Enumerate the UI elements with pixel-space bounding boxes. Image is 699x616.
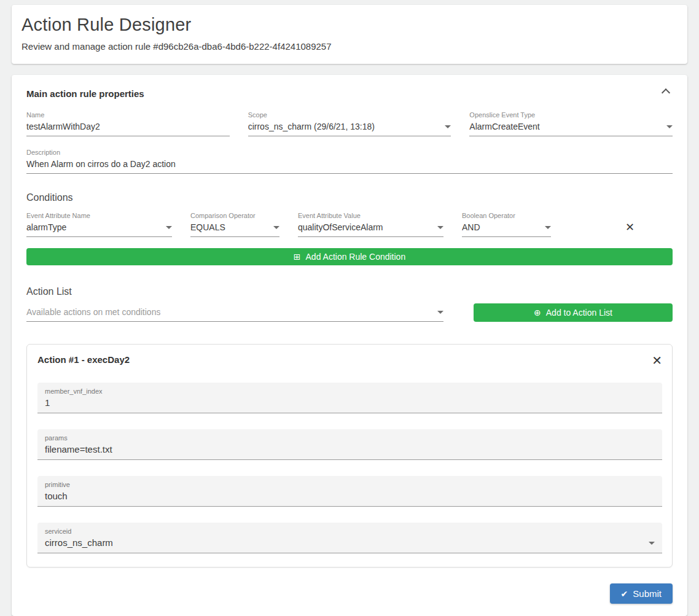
event-attribute-value-value[interactable]: qualityOfServiceAlarm: [298, 222, 383, 232]
submit-button[interactable]: ✔ Submit: [610, 583, 673, 604]
available-actions-placeholder[interactable]: Available actions on met conditions: [26, 307, 160, 317]
page-subtitle: Review and manage action rule #d96cb26a-…: [21, 41, 678, 52]
description-label: Description: [26, 149, 673, 156]
member-vnf-index-input[interactable]: 1: [45, 397, 50, 408]
scope-select[interactable]: Scope cirros_ns_charm (29/6/21, 13:18): [248, 111, 451, 136]
name-input[interactable]: testAlarmWithDay2: [26, 122, 100, 131]
scope-value[interactable]: cirros_ns_charm (29/6/21, 13:18): [248, 122, 375, 131]
primitive-input[interactable]: touch: [45, 491, 68, 501]
event-attribute-name-label: Event Attribute Name: [26, 212, 172, 219]
description-field[interactable]: Description When Alarm on cirros do a Da…: [26, 149, 673, 174]
conditions-title: Conditions: [26, 192, 673, 203]
description-input[interactable]: When Alarm on cirros do a Day2 action: [26, 159, 176, 169]
comparison-operator-label: Comparison Operator: [190, 212, 279, 219]
add-to-action-list-label: Add to Action List: [546, 308, 612, 318]
main-fields-row: Name testAlarmWithDay2 Scope cirros_ns_c…: [26, 111, 673, 136]
chevron-down-icon[interactable]: [545, 226, 551, 229]
boolean-operator-label: Boolean Operator: [462, 212, 551, 219]
submit-label: Submit: [633, 588, 662, 599]
name-label: Name: [26, 111, 230, 119]
comparison-operator-value[interactable]: EQUALS: [190, 222, 225, 232]
add-condition-label: Add Action Rule Condition: [306, 252, 406, 262]
chevron-down-icon[interactable]: [437, 226, 443, 229]
add-condition-button[interactable]: ⊞ Add Action Rule Condition: [26, 248, 673, 265]
action-card-header: Action #1 - execDay2 ✕: [37, 354, 662, 367]
primitive-field[interactable]: primitive touch: [37, 476, 662, 507]
action-list-title: Action List: [26, 286, 673, 297]
main-properties-card: Main action rule properties Name testAla…: [12, 75, 687, 616]
panel-title: Main action rule properties: [26, 88, 144, 99]
name-field[interactable]: Name testAlarmWithDay2: [26, 111, 230, 136]
serviceid-select[interactable]: serviceid cirros_ns_charm: [37, 523, 662, 553]
boolean-operator-select[interactable]: Boolean Operator AND: [462, 212, 551, 237]
add-condition-icon: ⊞: [294, 252, 301, 261]
add-to-action-list-button[interactable]: ⊕ Add to Action List: [474, 303, 673, 322]
page-title: Action Rule Designer: [21, 15, 678, 35]
scope-label: Scope: [248, 111, 451, 119]
chevron-down-icon[interactable]: [649, 542, 655, 545]
action-card-title: Action #1 - execDay2: [37, 354, 130, 365]
available-actions-select[interactable]: Available actions on met conditions: [26, 301, 443, 322]
remove-condition-icon[interactable]: ✕: [625, 222, 635, 233]
primitive-label: primitive: [45, 481, 655, 488]
boolean-operator-value[interactable]: AND: [462, 222, 480, 232]
action-card: Action #1 - execDay2 ✕ member_vnf_index …: [26, 344, 673, 567]
event-type-label: Openslice Event Type: [469, 111, 673, 119]
event-attribute-name-value[interactable]: alarmType: [26, 222, 66, 232]
chevron-down-icon[interactable]: [166, 226, 172, 229]
params-field[interactable]: params filename=test.txt: [37, 429, 662, 460]
collapse-chevron-icon[interactable]: [662, 88, 670, 97]
params-input[interactable]: filename=test.txt: [45, 444, 112, 454]
description-row: Description When Alarm on cirros do a Da…: [26, 149, 673, 174]
chevron-down-icon[interactable]: [666, 125, 673, 128]
remove-action-icon[interactable]: ✕: [652, 354, 662, 367]
event-attribute-name-select[interactable]: Event Attribute Name alarmType: [26, 212, 172, 237]
action-list-row: Available actions on met conditions ⊕ Ad…: [26, 301, 673, 322]
comparison-operator-select[interactable]: Comparison Operator EQUALS: [190, 212, 279, 237]
check-icon: ✔: [621, 590, 628, 598]
event-type-value[interactable]: AlarmCreateEvent: [469, 122, 539, 131]
page: Action Rule Designer Review and manage a…: [0, 0, 699, 616]
chevron-down-icon[interactable]: [437, 311, 443, 314]
serviceid-value[interactable]: cirros_ns_charm: [45, 537, 113, 548]
chevron-down-icon[interactable]: [445, 125, 451, 128]
panel-header: Main action rule properties: [26, 88, 673, 99]
member-vnf-index-label: member_vnf_index: [45, 388, 655, 395]
member-vnf-index-field[interactable]: member_vnf_index 1: [37, 383, 662, 413]
event-attribute-value-select[interactable]: Event Attribute Value qualityOfServiceAl…: [298, 212, 443, 237]
header-card: Action Rule Designer Review and manage a…: [12, 5, 687, 64]
event-attribute-value-label: Event Attribute Value: [298, 212, 443, 219]
event-type-select[interactable]: Openslice Event Type AlarmCreateEvent: [469, 111, 673, 136]
submit-row: ✔ Submit: [26, 583, 673, 604]
serviceid-label: serviceid: [45, 528, 644, 535]
params-label: params: [45, 434, 655, 442]
chevron-down-icon[interactable]: [273, 226, 279, 229]
plus-circle-icon: ⊕: [534, 308, 541, 317]
condition-row: Event Attribute Name alarmType Compariso…: [26, 212, 673, 237]
